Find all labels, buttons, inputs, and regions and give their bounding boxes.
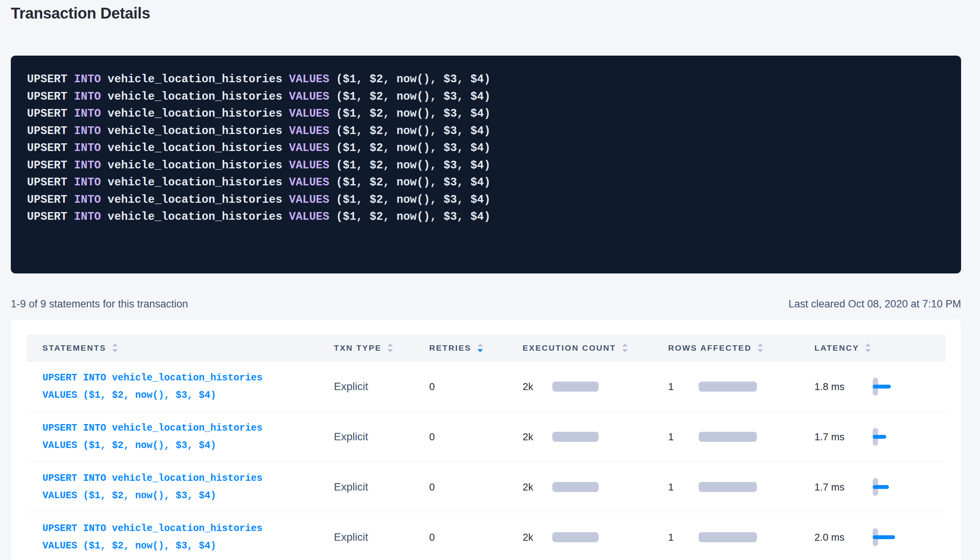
latency-mini-chart	[873, 428, 934, 446]
table-row: UPSERT INTO vehicle_location_historiesVA…	[26, 512, 946, 560]
execution-count-bar	[552, 532, 599, 542]
sql-code-line: UPSERT INTO vehicle_location_histories V…	[27, 88, 945, 106]
latency-bar	[873, 535, 895, 539]
column-header-latency[interactable]: LATENCY	[814, 343, 871, 353]
execution-count-bar	[552, 382, 599, 392]
txn-type-value: Explicit	[334, 380, 368, 393]
rows-affected-cell: 1	[668, 528, 792, 546]
latency-value: 1.7 ms	[814, 478, 845, 496]
execution-count-cell: 2k	[523, 378, 646, 395]
column-header-label: RETRIES	[429, 343, 471, 353]
rows-affected-bar	[699, 432, 757, 442]
sql-statements-panel: UPSERT INTO vehicle_location_histories V…	[11, 56, 961, 273]
column-header-label: ROWS AFFECTED	[668, 343, 752, 353]
sort-asc-icon	[758, 343, 763, 346]
sort-asc-icon	[622, 343, 628, 346]
sort-desc-icon	[622, 349, 628, 352]
latency-value: 1.7 ms	[814, 428, 845, 446]
statement-link[interactable]: UPSERT INTO vehicle_location_historiesVA…	[42, 369, 262, 404]
sort-arrows-icon	[112, 343, 118, 352]
statement-line2: VALUES ($1, $2, now(), $3, $4)	[42, 540, 216, 552]
statement-line1: UPSERT INTO vehicle_location_histories	[42, 523, 262, 534]
statements-table-card: STATEMENTS TXN TYPE RETRIES EXECUTION CO…	[11, 319, 961, 560]
statement-line2: VALUES ($1, $2, now(), $3, $4)	[42, 440, 216, 451]
column-header-label: STATEMENTS	[42, 343, 106, 353]
sort-arrows-icon	[388, 343, 393, 352]
txn-type-value: Explicit	[334, 531, 368, 543]
sort-asc-icon	[112, 343, 118, 346]
sort-desc-icon	[112, 349, 118, 352]
execution-count-bar	[552, 482, 599, 492]
column-header-execution-count[interactable]: EXECUTION COUNT	[523, 343, 628, 353]
sort-arrows-icon	[622, 343, 628, 352]
statement-line2: VALUES ($1, $2, now(), $3, $4)	[42, 390, 216, 401]
rows-affected-cell: 1	[668, 428, 792, 446]
latency-value: 2.0 ms	[814, 528, 845, 546]
column-header-txn-type[interactable]: TXN TYPE	[334, 343, 393, 353]
latency-mini-chart	[873, 478, 934, 496]
statement-link[interactable]: UPSERT INTO vehicle_location_historiesVA…	[42, 419, 262, 454]
rows-affected-value: 1	[668, 528, 674, 546]
retries-value: 0	[429, 380, 435, 392]
column-header-rows-affected[interactable]: ROWS AFFECTED	[668, 343, 763, 353]
latency-bar	[873, 385, 891, 389]
rows-affected-cell: 1	[668, 478, 792, 496]
last-cleared-text: Last cleared Oct 08, 2020 at 7:10 PM	[789, 298, 961, 310]
table-row: UPSERT INTO vehicle_location_historiesVA…	[26, 462, 946, 512]
execution-count-value: 2k	[523, 378, 533, 395]
summary-bar: 1-9 of 9 statements for this transaction…	[11, 298, 961, 310]
sql-code-line: UPSERT INTO vehicle_location_histories V…	[27, 209, 945, 226]
latency-mini-chart	[873, 528, 934, 546]
latency-mini-chart	[873, 378, 934, 395]
table-row: UPSERT INTO vehicle_location_historiesVA…	[26, 412, 946, 462]
txn-type-value: Explicit	[334, 481, 368, 493]
execution-count-bar	[552, 432, 599, 442]
rows-affected-bar	[699, 382, 757, 392]
retries-value: 0	[429, 531, 435, 543]
sql-code-line: UPSERT INTO vehicle_location_histories V…	[27, 157, 945, 175]
sql-code-line: UPSERT INTO vehicle_location_histories V…	[27, 105, 945, 123]
latency-bar	[873, 435, 886, 439]
statement-line1: UPSERT INTO vehicle_location_histories	[42, 423, 262, 434]
statement-line1: UPSERT INTO vehicle_location_histories	[42, 473, 262, 484]
statement-line2: VALUES ($1, $2, now(), $3, $4)	[42, 490, 216, 501]
sort-desc-icon	[865, 349, 871, 352]
execution-count-cell: 2k	[523, 428, 646, 446]
latency-value: 1.8 ms	[814, 378, 845, 395]
column-header-statements[interactable]: STATEMENTS	[42, 343, 118, 353]
sort-asc-icon	[477, 343, 483, 346]
latency-cell: 1.7 ms	[814, 428, 961, 446]
retries-value: 0	[429, 481, 435, 493]
sql-code-line: UPSERT INTO vehicle_location_histories V…	[27, 192, 945, 209]
statements-table-header: STATEMENTS TXN TYPE RETRIES EXECUTION CO…	[26, 334, 946, 361]
column-header-label: TXN TYPE	[334, 343, 381, 353]
execution-count-cell: 2k	[523, 478, 646, 496]
column-header-retries[interactable]: RETRIES	[429, 343, 483, 353]
execution-count-value: 2k	[523, 528, 533, 546]
rows-affected-cell: 1	[668, 378, 792, 395]
sort-desc-icon	[388, 349, 393, 352]
statements-table-body: UPSERT INTO vehicle_location_historiesVA…	[11, 361, 961, 560]
table-row: UPSERT INTO vehicle_location_historiesVA…	[26, 361, 946, 412]
statement-line1: UPSERT INTO vehicle_location_histories	[42, 372, 262, 384]
sort-desc-icon	[477, 349, 483, 352]
rows-affected-value: 1	[668, 478, 674, 496]
rows-affected-value: 1	[668, 378, 674, 395]
rows-affected-bar	[699, 532, 757, 542]
sort-arrows-icon	[758, 343, 763, 352]
sql-code-line: UPSERT INTO vehicle_location_histories V…	[27, 123, 945, 140]
execution-count-cell: 2k	[523, 528, 646, 546]
sort-desc-icon	[758, 349, 763, 352]
sort-arrows-icon	[865, 343, 871, 352]
transaction-details-page: Transaction Details UPSERT INTO vehicle_…	[0, 0, 980, 560]
page-title: Transaction Details	[11, 5, 150, 22]
txn-type-value: Explicit	[334, 431, 368, 443]
column-header-label: EXECUTION COUNT	[523, 343, 616, 353]
statement-link[interactable]: UPSERT INTO vehicle_location_historiesVA…	[42, 520, 262, 555]
sql-code-line: UPSERT INTO vehicle_location_histories V…	[27, 140, 945, 157]
sort-asc-icon	[865, 343, 871, 346]
sql-code-line: UPSERT INTO vehicle_location_histories V…	[27, 71, 945, 88]
statements-count-text: 1-9 of 9 statements for this transaction	[11, 298, 188, 310]
statement-link[interactable]: UPSERT INTO vehicle_location_historiesVA…	[42, 470, 262, 504]
latency-bar	[873, 485, 889, 489]
